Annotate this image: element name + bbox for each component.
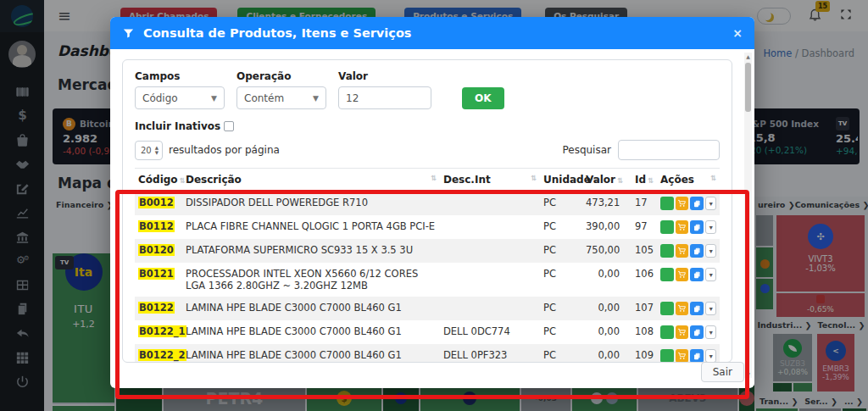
- col-id[interactable]: Id⇅: [632, 169, 657, 192]
- select-product-button[interactable]: [660, 197, 674, 210]
- cart-button[interactable]: [676, 325, 689, 339]
- close-icon[interactable]: ×: [732, 26, 743, 40]
- caret-down-icon: ▼: [708, 272, 714, 278]
- cart-button[interactable]: [676, 302, 689, 315]
- search-input[interactable]: [618, 140, 720, 160]
- copy-button[interactable]: [690, 244, 704, 258]
- row-unidade: PC: [540, 239, 582, 263]
- row-descint: [440, 192, 540, 216]
- col-unidade[interactable]: Unidade⇅: [540, 169, 582, 192]
- row-unidade: PC: [540, 192, 582, 216]
- more-actions-button[interactable]: ▼: [705, 349, 716, 363]
- copy-icon: [693, 328, 702, 337]
- col-codigo[interactable]: Código⇅: [135, 169, 182, 192]
- more-actions-button[interactable]: ▼: [705, 302, 716, 315]
- cart-button[interactable]: [676, 244, 689, 258]
- incluir-inativos-checkbox[interactable]: [224, 121, 234, 131]
- row-code: B0122_1: [135, 320, 182, 344]
- table-row[interactable]: B0122 LAMINA HPE BLADE C3000 C7000 BL460…: [135, 297, 720, 320]
- modal-body: Campos Código▼ Operação Contém▼ Valor OK…: [110, 49, 754, 369]
- sort-icon: ⇅: [617, 176, 623, 185]
- cart-button[interactable]: [676, 349, 689, 363]
- row-valor: 0,00: [582, 320, 632, 344]
- caret-down-icon: ▼: [708, 201, 714, 207]
- copy-button[interactable]: [690, 220, 704, 234]
- row-code: B0121: [135, 263, 182, 297]
- campos-select[interactable]: Código▼: [135, 86, 225, 109]
- filter-icon: [122, 27, 135, 40]
- page-length-select[interactable]: 20 ▲▼: [135, 141, 163, 160]
- caret-down-icon: ▼: [708, 353, 714, 359]
- cart-button[interactable]: [676, 220, 689, 234]
- row-descint: DELL 0DC774: [440, 320, 540, 344]
- row-id: 107: [632, 297, 657, 320]
- row-desc: DISSIPADOR DELL POWEREDGE R710: [182, 192, 440, 216]
- row-desc: LAMINA HPE BLADE C3000 C7000 BL460 G1: [182, 344, 440, 363]
- cart-icon: [677, 247, 687, 256]
- consulta-produtos-modal: Consulta de Produtos, Itens e Serviços ×…: [110, 17, 754, 388]
- cart-icon: [677, 352, 687, 361]
- copy-icon: [693, 199, 702, 208]
- chevron-down-icon: ▼: [211, 94, 217, 103]
- row-unidade: PC: [540, 263, 582, 297]
- row-valor: 390,00: [582, 215, 632, 239]
- row-descint: [440, 263, 540, 297]
- more-actions-button[interactable]: ▼: [705, 220, 716, 234]
- row-unidade: PC: [540, 297, 582, 320]
- copy-button[interactable]: [690, 302, 704, 315]
- modal-scrollbar[interactable]: ▲ ▼: [744, 53, 752, 378]
- search-label: Pesquisar: [562, 144, 611, 156]
- select-product-button[interactable]: [660, 268, 674, 281]
- row-descint: DELL 0PF323: [440, 344, 540, 363]
- row-code: B0120: [135, 239, 182, 263]
- modal-title: Consulta de Produtos, Itens e Serviços: [143, 26, 724, 40]
- table-row[interactable]: B0012 DISSIPADOR DELL POWEREDGE R710 PC …: [135, 192, 720, 216]
- page-length-label: resultados por página: [169, 144, 280, 156]
- cart-button[interactable]: [676, 197, 689, 210]
- table-row[interactable]: B0120 PLATAFORMA SUPERMICRO SC933 15 X 3…: [135, 239, 720, 263]
- row-desc: PLACA FIBRE CHANNEL QLOGIC 1 PORTA 4GB P…: [182, 215, 440, 239]
- copy-icon: [693, 223, 702, 232]
- copy-button[interactable]: [690, 197, 704, 210]
- select-product-button[interactable]: [660, 244, 674, 258]
- cart-icon: [677, 328, 687, 337]
- row-descint: [440, 215, 540, 239]
- scrollbar-thumb[interactable]: [745, 63, 751, 112]
- sort-icon: ⇅: [710, 174, 716, 182]
- table-row[interactable]: B0122_1 LAMINA HPE BLADE C3000 C7000 BL4…: [135, 320, 720, 344]
- more-actions-button[interactable]: ▼: [705, 325, 716, 339]
- scroll-down-icon[interactable]: ▼: [746, 370, 750, 378]
- row-descint: [440, 239, 540, 263]
- select-product-button[interactable]: [660, 349, 674, 363]
- more-actions-button[interactable]: ▼: [705, 197, 716, 210]
- sort-icon: ⇅: [648, 176, 654, 185]
- copy-button[interactable]: [690, 268, 704, 281]
- select-product-button[interactable]: [660, 325, 674, 339]
- valor-label: Valor: [338, 70, 431, 82]
- more-actions-button[interactable]: ▼: [705, 244, 716, 258]
- col-descricao[interactable]: Descrição⇅: [182, 169, 440, 192]
- operacao-select[interactable]: Contém▼: [236, 86, 326, 109]
- row-id: 17: [632, 192, 657, 216]
- ok-button[interactable]: OK: [462, 87, 504, 109]
- cart-icon: [677, 304, 687, 314]
- sair-button[interactable]: Sair: [701, 362, 744, 382]
- cart-icon: [677, 199, 687, 208]
- col-descint[interactable]: Desc.Int⇅: [440, 169, 540, 192]
- table-row[interactable]: B0112 PLACA FIBRE CHANNEL QLOGIC 1 PORTA…: [135, 215, 720, 239]
- col-valor[interactable]: Valor⇅: [582, 169, 632, 192]
- caret-down-icon: ▼: [708, 248, 714, 254]
- row-code: B0122_2: [135, 344, 182, 363]
- valor-input[interactable]: [338, 86, 431, 109]
- scroll-up-icon[interactable]: ▲: [746, 53, 750, 60]
- select-product-button[interactable]: [660, 220, 674, 234]
- col-acoes[interactable]: Ações⇅: [657, 169, 720, 192]
- more-actions-button[interactable]: ▼: [705, 268, 716, 281]
- products-table-body: B0012 DISSIPADOR DELL POWEREDGE R710 PC …: [135, 192, 720, 364]
- copy-button[interactable]: [690, 325, 704, 339]
- copy-button[interactable]: [690, 349, 704, 363]
- table-row[interactable]: B0121 PROCESSADOR INTEL XEON X5660 6/12 …: [135, 263, 720, 297]
- select-product-button[interactable]: [660, 302, 674, 315]
- cart-button[interactable]: [676, 268, 689, 281]
- table-row[interactable]: B0122_2 LAMINA HPE BLADE C3000 C7000 BL4…: [135, 344, 720, 363]
